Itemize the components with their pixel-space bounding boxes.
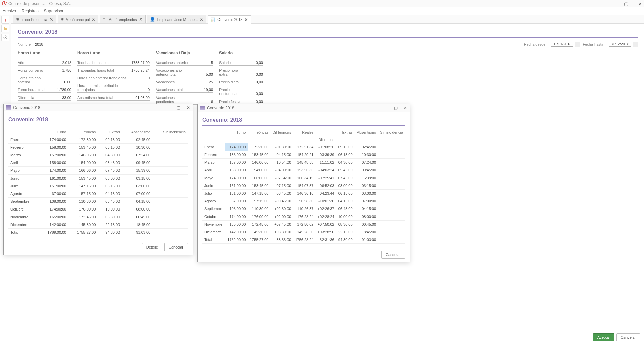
table-row[interactable]: Agosto67:00:0057:15:0004:15:0007:00:00 bbox=[8, 190, 188, 198]
cell: Diciembre bbox=[202, 228, 225, 236]
table-row[interactable]: Diciembre142:00:00145:30:00+03:30:00145:… bbox=[202, 228, 405, 236]
dialog-minimize[interactable]: ― bbox=[167, 105, 171, 110]
toolbar-btn-3[interactable] bbox=[1, 34, 9, 41]
menu-supervisor[interactable]: Supervisor bbox=[44, 9, 63, 13]
field-value[interactable]: 1756:28:24 bbox=[130, 68, 150, 72]
fecha-hasta-picker[interactable] bbox=[633, 42, 638, 47]
table-row[interactable]: Noviembre165:00:00172:45:00+07:45:00172:… bbox=[202, 221, 405, 228]
tab-menu-principal[interactable]: ✺ Menú principal ✕ bbox=[58, 15, 99, 23]
cell bbox=[152, 229, 188, 236]
dialog-minimize[interactable]: ― bbox=[384, 106, 388, 110]
fecha-desde-input[interactable]: 01/01/2018 bbox=[551, 42, 573, 47]
maximize-button[interactable]: ▢ bbox=[624, 1, 628, 6]
field-value[interactable]: 1.756 bbox=[51, 68, 71, 72]
table-row[interactable]: Junio161:00:00153:45:00-07:15:00154:07:5… bbox=[202, 182, 405, 190]
tab-close-icon[interactable]: ✕ bbox=[139, 17, 143, 22]
field-value[interactable]: 1.789,00 bbox=[51, 88, 71, 92]
cell: 15:39:00 bbox=[122, 167, 152, 175]
cell: 04:15:00 bbox=[122, 198, 152, 205]
close-button[interactable]: ✕ bbox=[638, 1, 642, 6]
col-header-dif-reales: Dif reales bbox=[315, 136, 336, 143]
tab-close-icon[interactable]: ✕ bbox=[200, 17, 203, 22]
table-row[interactable]: Junio161:00:00153:45:0003:00:0003:15:00 bbox=[8, 175, 188, 182]
table-row[interactable]: Octubre174:00:00176:00:0010:00:0008:00:0… bbox=[8, 205, 188, 213]
cell: 166:06:00 bbox=[68, 167, 98, 175]
toolbar-btn-1[interactable] bbox=[1, 16, 9, 24]
cell: 153:45:00 bbox=[68, 144, 98, 151]
tab-inicio-presencia[interactable]: ✺ Inicio Presencia ✕ bbox=[13, 15, 56, 23]
dialog-close[interactable]: ✕ bbox=[187, 105, 190, 110]
field-value[interactable]: 5,00 bbox=[193, 72, 213, 76]
field-value[interactable]: -33,00 bbox=[51, 95, 71, 100]
field-value[interactable]: 1755:27:00 bbox=[130, 61, 150, 65]
dialog-maximize[interactable]: ▢ bbox=[177, 105, 180, 110]
field-value[interactable]: 0 bbox=[130, 76, 150, 80]
detail-button[interactable]: Detalle bbox=[142, 243, 162, 251]
table-row[interactable]: Enero174:00:00172:30:0009:15:0002:45:00 bbox=[8, 136, 188, 144]
table-row[interactable]: Total1789:00:001755:27:0094:30:0091:03:0… bbox=[8, 229, 188, 236]
table-row[interactable]: Total1789:00:001755:27:00-33:33:001756:2… bbox=[202, 236, 405, 244]
table-row[interactable]: Marzo157:00:00146:06:0004:30:0007:24:00 bbox=[8, 151, 188, 159]
col-header: Absentismo bbox=[122, 129, 152, 136]
tab-empleado[interactable]: 👤 Empleado Jose Manue... ✕ bbox=[147, 15, 207, 23]
cell bbox=[152, 198, 188, 205]
field-value[interactable]: 0,00 bbox=[243, 72, 263, 76]
table-row[interactable]: Noviembre165:00:00172:45:0008:30:0000:45… bbox=[8, 213, 188, 221]
table-row[interactable]: Febrero158:00:00153:45:0006:15:0010:30:0… bbox=[8, 144, 188, 151]
cell: Diciembre bbox=[8, 221, 38, 229]
menu-registros[interactable]: Registros bbox=[22, 9, 39, 13]
user-icon: 👤 bbox=[150, 17, 155, 22]
field-value[interactable]: 0,00 bbox=[243, 92, 263, 96]
cancel-button[interactable]: Cancelar bbox=[381, 251, 405, 259]
cell: 02:45:00 bbox=[355, 143, 378, 151]
tab-menu-empleados[interactable]: 🗀 Menú empleados ✕ bbox=[100, 15, 145, 23]
table-row[interactable]: Julio151:00:00147:15:0006:15:0003:00:00 bbox=[8, 182, 188, 190]
table-row[interactable]: Marzo157:00:00146:06:00-10:54:00145:48:5… bbox=[202, 159, 405, 166]
tab-close-icon[interactable]: ✕ bbox=[49, 17, 53, 22]
table-row[interactable]: Octubre174:00:00176:00:00+02:00:00176:28… bbox=[202, 213, 405, 221]
dialog-maximize[interactable]: ▢ bbox=[394, 106, 398, 110]
field-value[interactable]: 0,00 bbox=[243, 100, 263, 104]
cell: 05:45:00 bbox=[98, 159, 122, 167]
field-value[interactable]: 6 bbox=[193, 100, 213, 104]
table-row[interactable]: Septiembre108:00:00110:30:00+02:30:00110… bbox=[202, 205, 405, 213]
dialog-convenio-summary: Convenio 2018 ― ▢ ✕ Convenio: 2018 Turno… bbox=[3, 104, 193, 255]
table-row[interactable]: Abril158:00:00154:00:00-04:00:00153:56:3… bbox=[202, 166, 405, 174]
table-row[interactable]: Febrero158:00:00153:45:00-04:15:00154:20… bbox=[202, 151, 405, 159]
fecha-hasta-input[interactable]: 31/12/2018 bbox=[609, 42, 631, 47]
cell bbox=[378, 174, 405, 182]
field-value[interactable]: 25 bbox=[193, 80, 213, 84]
cell bbox=[152, 167, 188, 175]
tab-convenio-2018[interactable]: 📊 Convenio 2018 ✕ bbox=[208, 15, 251, 24]
tab-close-icon[interactable]: ✕ bbox=[92, 17, 95, 22]
summary-table: TurnoTeóricasExtrasAbsentismoSin inciden… bbox=[8, 129, 188, 236]
field-value[interactable]: 19,00 bbox=[193, 88, 213, 92]
cancel-button[interactable]: Cancelar bbox=[616, 333, 640, 341]
table-row[interactable]: Mayo174:00:00166:06:00-07:54:00166:34:19… bbox=[202, 174, 405, 182]
table-row[interactable]: Julio151:00:00147:15:00-03:45:00146:36:1… bbox=[202, 190, 405, 197]
fecha-desde-picker[interactable] bbox=[575, 42, 580, 47]
field-value[interactable]: 91:03:00 bbox=[130, 95, 150, 100]
field-value[interactable]: 0 bbox=[130, 88, 150, 92]
table-row[interactable]: Enero174:00:00172:30:00-01:30:00172:51:3… bbox=[202, 143, 405, 151]
field-value[interactable]: 0,00 bbox=[51, 80, 71, 84]
field-value[interactable]: 0,00 bbox=[243, 61, 263, 65]
field-row: Turno horas total1.789,00 bbox=[18, 88, 71, 93]
accept-button[interactable]: Aceptar bbox=[593, 333, 614, 341]
field-value[interactable]: 2.018 bbox=[51, 61, 71, 65]
cancel-button[interactable]: Cancelar bbox=[164, 243, 188, 251]
field-row: Salario0,00 bbox=[219, 61, 263, 66]
minimize-button[interactable]: ― bbox=[610, 1, 614, 6]
table-row[interactable]: Mayo174:00:00166:06:0007:45:0015:39:00 bbox=[8, 167, 188, 175]
field-value[interactable]: 0,00 bbox=[243, 80, 263, 84]
table-row[interactable]: Agosto67:00:0057:15:00-09:45:0056:58:30-… bbox=[202, 197, 405, 205]
tab-close-icon[interactable]: ✕ bbox=[244, 17, 248, 22]
table-row[interactable]: Abril158:00:00154:00:0005:45:0009:45:00 bbox=[8, 159, 188, 167]
field-value[interactable]: 5 bbox=[193, 61, 213, 65]
table-row[interactable]: Septiembre108:00:00110:30:0006:45:0004:1… bbox=[8, 198, 188, 205]
tab-label: Menú principal bbox=[66, 17, 90, 22]
menu-archivo[interactable]: Archivo bbox=[3, 9, 16, 13]
table-row[interactable]: Diciembre142:00:00145:30:0022:15:0018:45… bbox=[8, 221, 188, 229]
toolbar-btn-2[interactable] bbox=[1, 25, 9, 32]
dialog-close[interactable]: ✕ bbox=[404, 106, 407, 110]
